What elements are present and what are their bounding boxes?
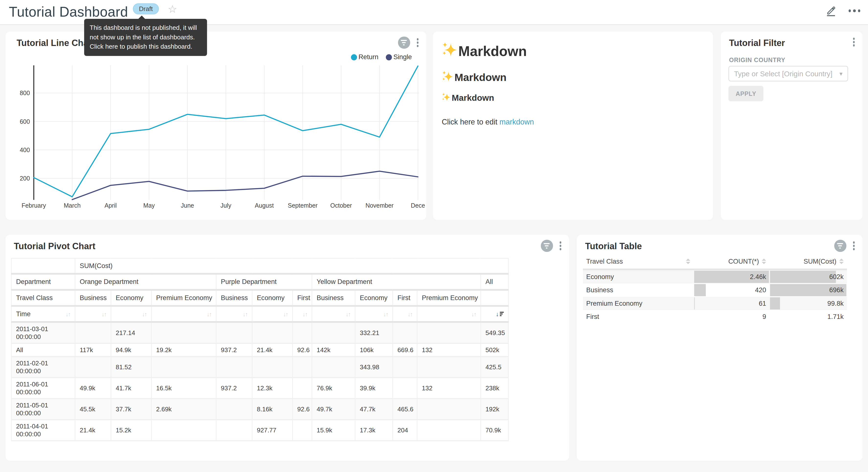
pivot-sort-cell: ↓↑ bbox=[393, 306, 417, 322]
column-header-sum-cost-[interactable]: SUM(Cost) bbox=[770, 256, 847, 269]
y-tick-label: 200 bbox=[20, 175, 30, 182]
sort-icon[interactable]: ↓↑ bbox=[243, 311, 247, 317]
pivot-cell: 132 bbox=[417, 378, 481, 399]
pivot-cell: 17.3k bbox=[355, 420, 393, 441]
pivot-cell: 465.6 bbox=[393, 399, 417, 420]
cross-filter-icon[interactable] bbox=[834, 240, 846, 252]
apply-button[interactable]: APPLY bbox=[728, 86, 763, 101]
filter-menu-icon[interactable] bbox=[851, 36, 856, 47]
line-chart-svg[interactable]: 200400600800FebruaryMarchAprilMayJuneJul… bbox=[6, 63, 427, 220]
pivot-cell: 76.9k bbox=[312, 378, 355, 399]
tutorial-table: Travel ClassCOUNT(*)SUM(Cost)Economy2.46… bbox=[583, 256, 847, 323]
pivot-cell: 332.21 bbox=[355, 322, 393, 343]
sort-icon[interactable]: ↓↑ bbox=[303, 311, 307, 317]
origin-country-select[interactable]: Type or Select [Origin Country] ▾ bbox=[728, 66, 848, 81]
pivot-cell: 217.14 bbox=[111, 322, 151, 343]
pivot-department-header: Orange Department bbox=[75, 274, 216, 290]
sort-icon[interactable]: ↓↑ bbox=[207, 311, 212, 317]
legend-dot bbox=[351, 54, 357, 60]
markdown-h2: Markdown bbox=[442, 70, 704, 85]
pivot-cell: 49.7k bbox=[312, 399, 355, 420]
pivot-class-header: First bbox=[293, 290, 312, 306]
markdown-link[interactable]: markdown bbox=[499, 118, 534, 126]
pivot-cell: 92.6 bbox=[293, 343, 312, 357]
sparkles-icon bbox=[442, 41, 457, 60]
pivot-cell bbox=[393, 322, 417, 343]
markdown-paragraph: Click here to edit markdown bbox=[442, 118, 704, 126]
pivot-row-label: 2011-03-0100:00:00 bbox=[11, 322, 75, 343]
pivot-cell: 192k bbox=[481, 399, 508, 420]
travel-class-cell: Business bbox=[583, 284, 694, 297]
sort-icon[interactable]: ↓↑ bbox=[383, 311, 388, 317]
pivot-cell: 8.16k bbox=[252, 399, 292, 420]
pivot-cell bbox=[417, 399, 481, 420]
chart-menu-icon[interactable] bbox=[558, 240, 562, 251]
sparkles-icon bbox=[442, 92, 451, 104]
travel-class-cell: First bbox=[583, 310, 694, 323]
cell-value: 99.8k bbox=[828, 300, 843, 307]
pivot-cell bbox=[151, 420, 216, 441]
y-tick-label: 800 bbox=[20, 89, 30, 96]
chart-menu-icon[interactable] bbox=[851, 240, 856, 251]
pivot-cell bbox=[417, 420, 481, 441]
status-badge[interactable]: Draft bbox=[133, 3, 159, 14]
page-title: Tutorial Dashboard bbox=[9, 4, 128, 20]
pivot-row-label: 2011-06-0100:00:00 bbox=[11, 378, 75, 399]
pivot-sort-cell: ↓↑ bbox=[417, 306, 481, 322]
chevron-down-icon: ▾ bbox=[839, 70, 843, 77]
sort-icon[interactable]: ↓↑ bbox=[283, 311, 288, 317]
pivot-department-header: Purple Department bbox=[216, 274, 312, 290]
pivot-class-header: Premium Economy bbox=[151, 290, 216, 306]
pivot-sort-cell: ↓↑ bbox=[75, 306, 111, 322]
column-sorter-icon[interactable] bbox=[686, 259, 690, 264]
sort-icon[interactable]: ↓↑ bbox=[101, 311, 106, 317]
pivot-cell: 41.7k bbox=[111, 378, 151, 399]
table-row: Business420696k bbox=[583, 284, 847, 297]
pivot-cell: 12.3k bbox=[252, 378, 292, 399]
pivot-class-label: Travel Class bbox=[11, 290, 75, 306]
sort-icon[interactable]: ↓↑ bbox=[408, 311, 412, 317]
pivot-class-row: Travel ClassBusinessEconomyPremium Econo… bbox=[11, 290, 508, 306]
pivot-cell bbox=[75, 357, 111, 378]
sum-cell: 99.8k bbox=[770, 297, 847, 310]
pivot-row: All117k94.9k19.2k937.221.4k92.6142k106k6… bbox=[11, 343, 508, 357]
pivot-cell: 425.5 bbox=[481, 357, 508, 378]
pivot-cell bbox=[417, 322, 481, 343]
x-tick-label: Dece bbox=[411, 202, 425, 209]
sort-icon[interactable]: ↓↑ bbox=[471, 311, 476, 317]
more-options-icon[interactable] bbox=[848, 9, 861, 12]
legend-item-single[interactable]: Single bbox=[385, 53, 412, 61]
legend-item-return[interactable]: Return bbox=[351, 53, 378, 61]
cross-filter-icon[interactable] bbox=[398, 36, 410, 49]
pivot-cell bbox=[151, 357, 216, 378]
cross-filter-icon[interactable] bbox=[540, 240, 553, 252]
pivot-cell: 669.6 bbox=[393, 343, 417, 357]
sort-icon[interactable]: ↓↑ bbox=[65, 311, 70, 317]
pivot-cell: 19.2k bbox=[151, 343, 216, 357]
count-cell: 420 bbox=[694, 284, 770, 297]
pivot-cell bbox=[75, 322, 111, 343]
markdown-card: Markdown Markdown bbox=[433, 32, 713, 220]
chart-menu-icon[interactable] bbox=[415, 37, 420, 48]
pivot-cell bbox=[216, 357, 252, 378]
cell-value: 61 bbox=[759, 300, 766, 307]
column-sorter-icon[interactable] bbox=[762, 259, 766, 264]
pivot-cell: 132 bbox=[417, 343, 481, 357]
favorite-star-icon[interactable]: ☆ bbox=[168, 3, 177, 16]
line-chart-title: Tutorial Line Chart bbox=[17, 38, 95, 48]
edit-pencil-icon[interactable] bbox=[825, 5, 836, 17]
column-header-label: COUNT(*) bbox=[728, 258, 759, 265]
pivot-cell: 106k bbox=[355, 343, 393, 357]
sort-icon[interactable]: ↓↑ bbox=[346, 311, 350, 317]
column-header-travel-class[interactable]: Travel Class bbox=[583, 256, 694, 269]
column-sorter-icon[interactable] bbox=[839, 259, 843, 264]
sort-desc-icon[interactable]: ↓ bbox=[496, 311, 504, 317]
pivot-class-header: Economy bbox=[252, 290, 292, 306]
pivot-department-header: Yellow Department bbox=[312, 274, 481, 290]
x-tick-label: July bbox=[221, 202, 231, 209]
cell-bar bbox=[770, 271, 836, 283]
pivot-cell bbox=[216, 399, 252, 420]
pivot-sort-row: Time↓↑↓↑↓↑↓↑↓↑↓↑↓↑↓↑↓↑↓↑↓↑↓ bbox=[11, 306, 508, 322]
column-header-count-[interactable]: COUNT(*) bbox=[694, 256, 770, 269]
sort-icon[interactable]: ↓↑ bbox=[142, 311, 147, 317]
